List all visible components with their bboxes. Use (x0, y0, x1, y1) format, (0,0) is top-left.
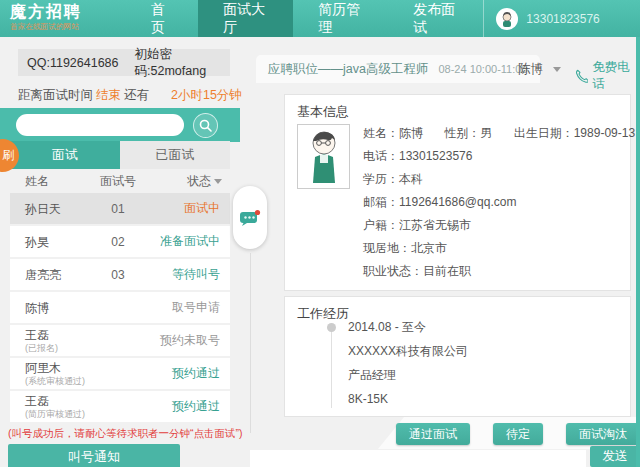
main-nav: 首页 面试大厅 简历管理 发布面试 (126, 0, 484, 37)
position-label: 应聘职位——java高级工程师 (268, 61, 428, 78)
interview-number: 01 (88, 202, 148, 216)
col-header-status-sort[interactable]: 状态 (148, 173, 230, 190)
field-birth: 出生日期：1989-09-13 (514, 126, 635, 140)
right-scrollbar[interactable] (636, 37, 640, 467)
position-tab[interactable]: 应聘职位——java高级工程师 08-24 10:00-11:00 (256, 55, 540, 83)
free-call-button[interactable]: 免费电话 (575, 59, 640, 93)
candidate-name: 唐亮亮 (10, 269, 88, 281)
table-row[interactable]: 孙昊 02 准备面试中 (10, 226, 230, 257)
timeline-dot (327, 323, 336, 332)
countdown-prefix: 距离面试时间 (18, 87, 93, 104)
status-badge: 面试中 (148, 200, 230, 217)
info-line: 姓名：陈博 性别：男 出生日期：1989-09-13 (363, 122, 640, 145)
user-area: 13301823576 (483, 0, 640, 37)
account-phone: 13301823576 (526, 12, 599, 26)
candidate-name: 王磊(已报名) (10, 329, 88, 353)
countdown-middle: 还有 (124, 87, 149, 104)
table-row[interactable]: 唐亮亮 03 等待叫号 (10, 259, 230, 290)
candidate-sub-label: (已报名) (25, 343, 88, 353)
status-badge: 预约未取号 (148, 332, 230, 349)
nav-interview-hall[interactable]: 面试大厅 (198, 0, 293, 37)
tab-interviewed[interactable]: 已面试 (120, 141, 230, 169)
candidate-cartoon-icon (298, 125, 349, 188)
field-gender: 性别：男 (444, 126, 492, 140)
work-company: XXXXXX科技有限公司 (348, 339, 468, 363)
initial-password: 初始密码:52mofang (135, 46, 230, 80)
status-badge: 预约通过 (148, 365, 230, 382)
table-row[interactable]: 阿里木(系统审核通过) 预约通过 (10, 358, 230, 389)
candidate-sub-label: (系统审核通过) (25, 376, 88, 386)
table-row[interactable]: 王磊(已报名) 预约未取号 (10, 325, 230, 356)
user-avatar[interactable] (496, 8, 518, 30)
tab-interview[interactable]: 面试 (10, 141, 120, 169)
status-badge: 取号申请 (148, 299, 230, 316)
position-time: 08-24 10:00-11:00 (438, 63, 527, 75)
candidate-list: 孙日天 01 面试中 孙昊 02 准备面试中 唐亮亮 03 等待叫号 陈博 取号… (10, 193, 230, 424)
search-input[interactable] (16, 114, 184, 136)
table-row[interactable]: 孙日天 01 面试中 (10, 193, 230, 224)
search-button[interactable] (193, 113, 218, 138)
refresh-badge-label: 刷 (2, 147, 14, 164)
candidate-name: 孙日天 (10, 203, 88, 215)
chevron-down-icon (553, 67, 561, 72)
interview-number: 02 (88, 235, 148, 249)
countdown-time: 2小时15分钟 (171, 87, 242, 104)
nav-publish-interview[interactable]: 发布面试 (388, 0, 483, 37)
nav-resume-manage[interactable]: 简历管理 (293, 0, 388, 37)
interview-tabs: 面试 已面试 (10, 141, 230, 169)
field-residence: 现居地：北京市 (363, 237, 640, 260)
candidate-name: 王磊(简历审核通过) (10, 395, 88, 419)
qq-info-bar: QQ:1192641686 初始密码:52mofang (18, 49, 230, 76)
countdown-end-word: 结束 (96, 87, 121, 104)
call-notice-text: (叫号成功后，请耐心等待求职者一分钟“点击面试”) (8, 427, 240, 441)
candidate-photo (297, 124, 350, 189)
status-badge: 预约通过 (148, 398, 230, 415)
panel-divider (250, 253, 251, 433)
avatar-cartoon-icon (498, 10, 516, 28)
logo-title: 魔方招聘 (10, 3, 126, 21)
field-education: 学历：本科 (363, 168, 640, 191)
work-role: 产品经理 (348, 363, 468, 387)
interview-number: 03 (88, 268, 148, 282)
qq-number: QQ:1192641686 (27, 56, 119, 70)
candidate-dropdown[interactable]: 陈博 (518, 61, 561, 78)
logo-subtitle: 首家在线面试的网站 (10, 21, 108, 32)
call-number-button[interactable]: 叫号通知 (8, 444, 180, 467)
search-bar (0, 108, 240, 142)
col-header-name: 姓名 (10, 173, 88, 190)
notification-dot (255, 209, 260, 214)
free-call-label: 免费电话 (592, 59, 640, 93)
basic-info-card: 基本信息 姓名：陈博 性别：男 出生日期：1989-09-13 电话：13301… (284, 94, 631, 291)
pass-interview-button[interactable]: 通过面试 (396, 423, 470, 445)
app-window: 魔方招聘 首家在线面试的网站 首页 面试大厅 简历管理 发布面试 1330182… (0, 0, 640, 467)
table-header: 姓名 面试号 状态 (10, 171, 230, 191)
status-badge: 等待叫号 (148, 266, 230, 283)
table-row[interactable]: 陈博 取号申请 (10, 292, 230, 323)
logo[interactable]: 魔方招聘 首家在线面试的网站 (0, 0, 126, 37)
basic-info-title: 基本信息 (297, 103, 630, 121)
chat-message-input[interactable] (250, 450, 586, 467)
candidate-name: 陈博 (10, 302, 88, 314)
chat-toggle-capsule[interactable] (233, 186, 267, 249)
work-experience-card: 工作经历 2014.08 - 至今 XXXXXX科技有限公司 产品经理 8K-1… (284, 296, 631, 417)
status-badge: 准备面试中 (148, 233, 230, 250)
table-row[interactable]: 王磊(简历审核通过) 预约通过 (10, 391, 230, 422)
candidate-dropdown-value: 陈博 (518, 61, 543, 78)
chat-bubble-icon (239, 208, 261, 228)
pending-button[interactable]: 待定 (493, 423, 543, 445)
field-hukou: 户籍：江苏省无锡市 (363, 214, 640, 237)
chevron-down-icon (214, 179, 222, 184)
nav-home[interactable]: 首页 (126, 0, 199, 37)
work-salary: 8K-15K (348, 387, 468, 411)
phone-icon (575, 69, 588, 83)
search-icon (199, 119, 212, 132)
reject-interview-button[interactable]: 面试淘汰 (566, 423, 640, 445)
field-job-status: 职业状态：目前在职 (363, 260, 640, 283)
field-phone: 电话：13301523576 (363, 145, 640, 168)
field-email: 邮箱：1192641686@qq.com (363, 191, 640, 214)
send-button[interactable]: 发送 (590, 446, 640, 467)
candidate-sub-label: (简历审核通过) (25, 409, 88, 419)
col-header-number: 面试号 (88, 173, 148, 190)
work-period: 2014.08 - 至今 (348, 315, 468, 339)
decision-buttons: 通过面试 待定 面试淘汰 (396, 423, 640, 445)
